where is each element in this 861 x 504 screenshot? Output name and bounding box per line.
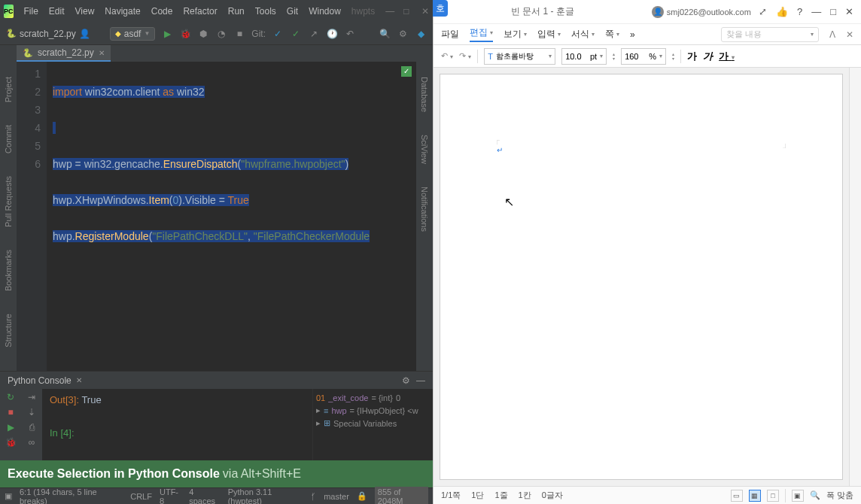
- lock-icon[interactable]: 🔒: [357, 491, 367, 501]
- window-maximize-icon[interactable]: □: [403, 6, 414, 17]
- view-mode-2[interactable]: ▦: [749, 490, 761, 502]
- menu-git[interactable]: Git: [287, 6, 298, 17]
- hwp-page[interactable]: 「 」 ↵ ↖: [440, 74, 843, 480]
- stop-icon[interactable]: ■: [8, 407, 13, 417]
- tool-sciview[interactable]: SciView: [420, 135, 429, 164]
- attach-debugger-icon[interactable]: 🐞: [5, 437, 17, 448]
- soft-wrap-icon[interactable]: ⇥: [28, 392, 35, 402]
- window-minimize-icon[interactable]: —: [385, 6, 396, 17]
- view-mode-4[interactable]: ▣: [792, 490, 804, 502]
- status-indent[interactable]: 4 spaces: [189, 487, 220, 505]
- hwp-menu-more[interactable]: »: [630, 29, 635, 40]
- menu-refactor[interactable]: Refactor: [183, 6, 217, 17]
- profile-button[interactable]: ◔: [215, 28, 227, 40]
- tool-structure[interactable]: Structure: [4, 314, 13, 348]
- git-push-icon[interactable]: ↗: [308, 28, 320, 40]
- font-selector[interactable]: T 함초롬바탕 ▾: [484, 48, 555, 65]
- window-close-icon[interactable]: ✕: [421, 6, 432, 17]
- status-position[interactable]: 6:1 (194 chars, 5 line breaks): [20, 487, 123, 505]
- hwp-user-account[interactable]: 👤 smj0226@outlook.com: [652, 6, 751, 18]
- ribbon-collapse-icon[interactable]: ᐱ: [829, 29, 835, 40]
- window-maximize-icon[interactable]: □: [830, 6, 836, 17]
- memory-indicator[interactable]: 855 of 2048M: [375, 487, 428, 505]
- hwp-menu-format[interactable]: 서식 ▾: [571, 28, 595, 41]
- redo-icon[interactable]: ↷ ▾: [459, 51, 471, 61]
- run-button[interactable]: ▶: [161, 28, 173, 40]
- git-history-icon[interactable]: 🕐: [326, 28, 338, 40]
- status-page[interactable]: 1/1쪽: [441, 490, 461, 501]
- sync-icon[interactable]: 👍: [776, 6, 788, 17]
- hwp-menu-input[interactable]: 입력 ▾: [537, 28, 561, 41]
- search-icon[interactable]: 🔍: [379, 28, 391, 40]
- stop-button[interactable]: ■: [233, 28, 245, 40]
- hwp-menu-view[interactable]: 보기 ▾: [504, 28, 527, 41]
- underline-button[interactable]: 가 ▾: [719, 50, 735, 63]
- menu-navigate[interactable]: Navigate: [105, 6, 140, 17]
- code-content[interactable]: import win32com.client as win32 hwp = wi…: [47, 62, 416, 371]
- breadcrumb[interactable]: 🐍 scratch_22.py 👤: [6, 29, 90, 39]
- print-icon[interactable]: ⎙: [29, 422, 35, 433]
- bold-button[interactable]: 가: [687, 50, 697, 63]
- hwp-menu-edit[interactable]: 편집 ▾: [470, 26, 493, 42]
- window-close-icon[interactable]: ✕: [845, 6, 853, 17]
- execute-icon[interactable]: ▶: [8, 422, 14, 433]
- status-zoom-fit[interactable]: 폭 맞춤: [826, 490, 853, 501]
- zoom-spinner[interactable]: ▴▾: [672, 52, 674, 61]
- rerun-icon[interactable]: ↻: [7, 392, 14, 402]
- tool-notifications[interactable]: Notifications: [420, 187, 429, 232]
- git-pull-icon[interactable]: ✓: [272, 28, 284, 40]
- code-editor[interactable]: 1 2 3 4 5 6 import win32com.client as wi…: [17, 62, 416, 371]
- link-icon[interactable]: ∞: [29, 437, 35, 448]
- window-minimize-icon[interactable]: —: [811, 6, 821, 17]
- editor-tab[interactable]: 🐍 scratch_22.py ✕: [17, 45, 111, 62]
- members-icon[interactable]: 👤: [79, 29, 90, 39]
- zoom-search-icon[interactable]: 🔍: [810, 490, 820, 500]
- coverage-button[interactable]: ⬢: [197, 28, 209, 40]
- status-tool-icon[interactable]: ▣: [5, 491, 12, 501]
- hwp-menu-page[interactable]: 쪽 ▾: [605, 28, 619, 41]
- console-output[interactable]: Out[3]: True In [4]:: [42, 389, 312, 460]
- ribbon-close-icon[interactable]: ✕: [846, 29, 853, 40]
- status-interpreter[interactable]: Python 3.11 (hwptest): [228, 487, 304, 505]
- zoom-input[interactable]: 160 % ▾: [621, 48, 666, 65]
- view-mode-3[interactable]: □: [767, 490, 779, 502]
- hwp-document-area[interactable]: 「 」 ↵ ↖: [434, 68, 849, 486]
- view-mode-1[interactable]: ▭: [731, 490, 743, 502]
- vertical-scrollbar[interactable]: [849, 68, 861, 486]
- help-icon[interactable]: ?: [797, 6, 802, 17]
- hwp-menu-file[interactable]: 파일: [441, 28, 459, 41]
- tool-database[interactable]: Database: [420, 77, 429, 112]
- status-line-sep[interactable]: CRLF: [130, 492, 152, 501]
- tool-pull-requests[interactable]: Pull Requests: [4, 176, 13, 227]
- menu-file[interactable]: File: [24, 6, 38, 17]
- git-commit-icon[interactable]: ✓: [290, 28, 302, 40]
- menu-run[interactable]: Run: [228, 6, 245, 17]
- settings-icon[interactable]: ⚙: [397, 28, 409, 40]
- menu-edit[interactable]: Edit: [49, 6, 65, 17]
- undo-icon[interactable]: ↶ ▾: [441, 51, 453, 61]
- debug-button[interactable]: 🐞: [179, 28, 191, 40]
- console-title[interactable]: Python Console: [8, 375, 71, 386]
- menu-tools[interactable]: Tools: [255, 6, 276, 17]
- font-size-spinner[interactable]: ▴▾: [613, 52, 615, 61]
- tab-close-icon[interactable]: ✕: [99, 49, 105, 57]
- status-encoding[interactable]: UTF-8: [160, 487, 181, 505]
- code-with-me-icon[interactable]: ◆: [415, 28, 427, 40]
- inspection-ok-icon[interactable]: ✓: [401, 66, 412, 77]
- menu-window[interactable]: Window: [309, 6, 341, 17]
- tool-commit[interactable]: Commit: [4, 125, 13, 153]
- fullscreen-icon[interactable]: ⤢: [759, 6, 767, 17]
- git-branch-icon[interactable]: ᚶ: [311, 492, 316, 501]
- status-branch[interactable]: master: [324, 492, 349, 501]
- hwp-dock-handle[interactable]: 호: [433, 0, 448, 17]
- italic-button[interactable]: 가: [703, 50, 713, 63]
- menu-view[interactable]: View: [75, 6, 95, 17]
- hwp-search-input[interactable]: 찾을 내용 ▾: [721, 27, 819, 42]
- tool-project[interactable]: Project: [4, 77, 13, 102]
- git-rollback-icon[interactable]: ↶: [344, 28, 356, 40]
- variables-panel[interactable]: 01 _exit_code = {int} 0 ▸ ≡ hwp = {IHwpO…: [312, 389, 433, 460]
- console-settings-icon[interactable]: ⚙: [402, 375, 410, 386]
- console-hide-icon[interactable]: —: [416, 375, 425, 386]
- tool-bookmarks[interactable]: Bookmarks: [4, 250, 13, 291]
- menu-code[interactable]: Code: [151, 6, 173, 17]
